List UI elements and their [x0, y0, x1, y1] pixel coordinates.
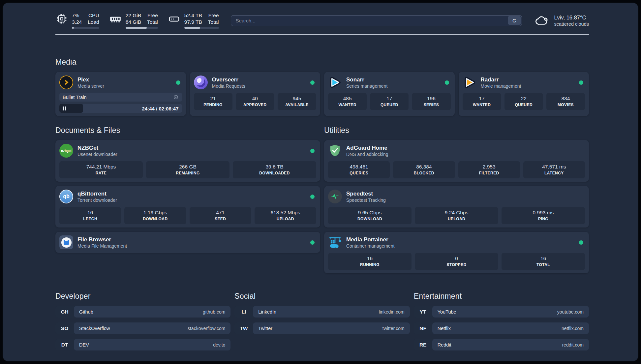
bookmark-abbr: RE — [414, 339, 432, 350]
search-engine-button[interactable]: G — [508, 16, 521, 25]
system-widgets: 7% 3.24 CPU Load — [55, 12, 219, 29]
dashboard-page: 7% 3.24 CPU Load — [3, 3, 638, 361]
header-divider — [55, 34, 589, 35]
stat-filtered: 2,953FILTERED — [458, 161, 520, 178]
app-card-qbittorrent[interactable]: qb qBittorrent Torrent downloader 16LEEC… — [55, 186, 320, 228]
top-bar: 7% 3.24 CPU Load — [55, 11, 589, 30]
stat-download: 1.19 GbpsDOWNLOAD — [124, 207, 186, 224]
cpu-widget: 7% 3.24 CPU Load — [55, 12, 99, 29]
qbittorrent-icon: qb — [59, 190, 73, 203]
now-playing-row: Bullet Train — [59, 93, 182, 102]
stat-stopped: 0STOPPED — [415, 253, 498, 270]
status-dot — [310, 149, 315, 153]
app-card-speedtest[interactable]: Speedtest Speedtest Tracking 9.65 GbpsDO… — [324, 186, 589, 228]
section-title-utilities: Utilities — [324, 126, 589, 135]
app-card-sonarr[interactable]: Sonarr Series management 485WANTED 17QUE… — [324, 72, 455, 116]
app-name: Sonarr — [346, 76, 387, 83]
bookmark-reddit[interactable]: RE Reddit reddit.com — [414, 339, 589, 350]
app-name: NZBGet — [77, 145, 117, 151]
disk-progress-bar — [184, 27, 219, 29]
bookmark-abbr: DT — [55, 339, 74, 350]
disk-progress-fill — [184, 27, 200, 29]
overseerr-icon — [194, 76, 208, 89]
bookmark-name: StackOverflow — [79, 326, 110, 331]
bookmark-netflix[interactable]: NF Netflix netflix.com — [414, 322, 589, 334]
speedtest-icon — [328, 190, 342, 203]
ram-free-label: Free — [147, 12, 158, 19]
stat-blocked: 86,384BLOCKED — [393, 161, 455, 178]
app-card-portainer[interactable]: Media Portainer Container management 16R… — [324, 232, 589, 273]
stat-queued: 22QUEUED — [504, 93, 543, 110]
bookmark-linkedin[interactable]: LI LinkedIn linkedin.com — [234, 306, 410, 318]
app-card-filebrowser[interactable]: File Browser Media File Management — [55, 232, 320, 253]
ram-progress-bar — [126, 27, 158, 29]
disk-total-label: Total — [208, 19, 219, 25]
bookmark-name: DEV — [79, 342, 89, 348]
cpu-progress-fill — [72, 27, 74, 29]
bookmark-url: stackoverflow.com — [188, 326, 225, 331]
disk-icon — [168, 13, 180, 25]
app-card-adguard[interactable]: AdGuard Home DNS and adblocking 498,461Q… — [324, 140, 589, 182]
adguard-icon — [328, 144, 342, 158]
bookmark-abbr: LI — [234, 306, 253, 318]
weather-condition: scattered clouds — [554, 21, 589, 27]
status-dot — [176, 80, 180, 85]
playback-progress-bar: 24:44 / 02:06:47 — [59, 104, 182, 113]
bookmark-stackoverflow[interactable]: SO StackOverflow stackoverflow.com — [55, 322, 230, 334]
bookmark-youtube[interactable]: YT YouTube youtube.com — [414, 306, 589, 318]
bookmark-url: linkedin.com — [379, 309, 405, 315]
session-icon — [173, 94, 179, 100]
bookmark-twitter[interactable]: TW Twitter twitter.com — [234, 322, 410, 334]
cloud-icon — [534, 14, 550, 27]
app-name: Radarr — [481, 76, 521, 83]
bookmark-abbr: TW — [234, 322, 253, 334]
search-input[interactable] — [231, 18, 507, 23]
stat-pending: 21PENDING — [194, 93, 232, 110]
cpu-label: CPU — [88, 12, 99, 19]
section-title-media: Media — [55, 58, 589, 67]
ram-free-value: 22 GiB — [126, 12, 141, 19]
bookmarks-developer: Developer GH Github github.com SO StackO… — [55, 292, 230, 355]
filebrowser-icon — [59, 235, 73, 249]
disk-free-label: Free — [208, 12, 219, 19]
search-bar: G — [231, 15, 522, 26]
pause-button[interactable] — [63, 106, 66, 110]
sonarr-icon — [328, 76, 342, 89]
app-description: Series management — [346, 83, 387, 89]
bookmark-url: youtube.com — [557, 309, 584, 315]
app-card-plex[interactable]: Plex Media server Bullet Train 24:44 / 0… — [55, 72, 186, 116]
stat-queries: 498,461QUERIES — [328, 161, 390, 178]
cpu-progress-bar — [72, 27, 99, 29]
ram-total-label: Total — [147, 19, 158, 25]
bookmark-github[interactable]: GH Github github.com — [55, 306, 230, 318]
app-description: DNS and adblocking — [346, 152, 388, 157]
app-description: Speedtest Tracking — [346, 197, 386, 203]
app-description: Usenet downloader — [77, 152, 117, 157]
cpu-icon — [55, 13, 68, 25]
bookmark-name: Github — [79, 309, 93, 315]
stat-upload: 9.24 GbpsUPLOAD — [415, 207, 498, 224]
bookmark-dev[interactable]: DT DEV dev.to — [55, 339, 230, 350]
app-card-overseerr[interactable]: Overseerr Media Requests 21PENDING 40APP… — [190, 72, 320, 116]
app-description: Container management — [346, 243, 394, 249]
bookmark-name: Twitter — [258, 326, 272, 331]
stat-wanted: 17WANTED — [463, 93, 501, 110]
app-description: Media Requests — [212, 83, 245, 89]
bookmark-abbr: SO — [55, 322, 74, 334]
stat-download: 9.65 GbpsDOWNLOAD — [328, 207, 412, 224]
stat-rate: 744.21 MbpsRATE — [59, 161, 143, 178]
bookmark-name: Netflix — [438, 326, 451, 331]
playback-time: 24:44 / 02:06:47 — [142, 106, 179, 111]
app-card-radarr[interactable]: Radarr Movie management 17WANTED 22QUEUE… — [459, 72, 589, 116]
app-name: qBittorrent — [77, 191, 117, 197]
app-card-nzbget[interactable]: nzbget NZBGet Usenet downloader 744.21 M… — [55, 140, 320, 182]
stat-series: 196SERIES — [412, 93, 450, 110]
app-name: AdGuard Home — [346, 145, 388, 151]
disk-free-value: 52.4 TB — [184, 12, 202, 19]
radarr-icon — [463, 76, 476, 89]
bookmarks-entertainment: Entertainment YT YouTube youtube.com NF … — [414, 292, 589, 355]
app-name: Plex — [77, 76, 104, 83]
ram-icon — [109, 13, 122, 25]
stat-upload: 618.52 MbpsUPLOAD — [255, 207, 316, 224]
status-dot — [445, 80, 449, 85]
